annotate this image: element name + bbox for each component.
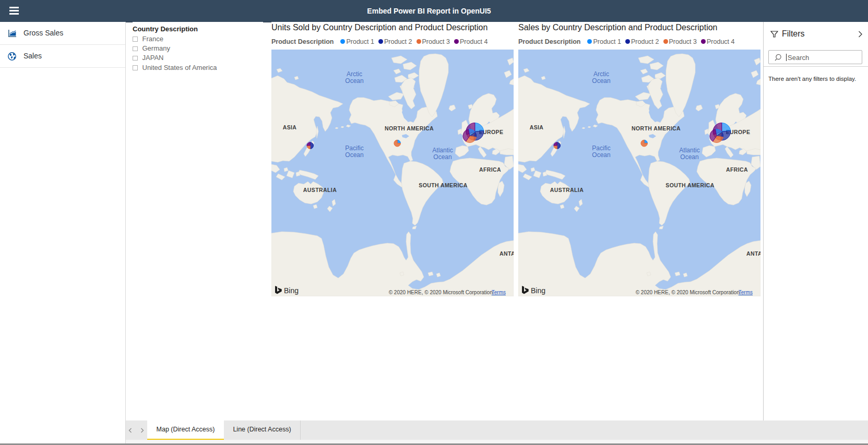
svg-text:ANTARCTICA: ANTARCTICA <box>500 250 514 257</box>
svg-text:NORTH AMERICA: NORTH AMERICA <box>632 125 681 131</box>
svg-text:AUSTRALIA: AUSTRALIA <box>550 187 584 193</box>
svg-text:ASIA: ASIA <box>530 124 544 130</box>
svg-text:Pacific: Pacific <box>345 145 363 152</box>
svg-text:AFRICA: AFRICA <box>479 166 501 173</box>
svg-text:NORTH AMERICA: NORTH AMERICA <box>385 125 434 131</box>
svg-text:© 2020 HERE, © 2020 Microsoft: © 2020 HERE, © 2020 Microsoft Corporatio… <box>389 290 493 295</box>
svg-text:Terms: Terms <box>492 290 506 295</box>
svg-text:ANTARCTICA: ANTARCTICA <box>746 250 760 257</box>
svg-text:Ocean: Ocean <box>345 151 363 159</box>
svg-text:Ocean: Ocean <box>592 77 610 85</box>
svg-text:Bing: Bing <box>284 286 299 295</box>
svg-text:SOUTH AMERICA: SOUTH AMERICA <box>419 182 467 188</box>
svg-text:Pacific: Pacific <box>592 145 610 152</box>
svg-text:AUSTRALIA: AUSTRALIA <box>303 187 337 193</box>
svg-text:SOUTH AMERICA: SOUTH AMERICA <box>665 182 714 188</box>
svg-text:AFRICA: AFRICA <box>726 166 748 173</box>
svg-text:Arctic: Arctic <box>593 70 609 78</box>
svg-text:Terms: Terms <box>739 290 753 295</box>
svg-text:ASIA: ASIA <box>283 124 297 130</box>
svg-text:Ocean: Ocean <box>345 77 363 85</box>
svg-text:Arctic: Arctic <box>347 70 362 78</box>
svg-text:Bing: Bing <box>531 286 545 295</box>
svg-text:Atlantic: Atlantic <box>432 147 453 154</box>
svg-text:Atlantic: Atlantic <box>679 147 699 154</box>
svg-text:Ocean: Ocean <box>680 153 698 161</box>
svg-text:© 2020 HERE, © 2020 Microsoft: © 2020 HERE, © 2020 Microsoft Corporatio… <box>636 290 740 295</box>
svg-text:Ocean: Ocean <box>592 151 610 159</box>
svg-text:Ocean: Ocean <box>433 153 451 161</box>
